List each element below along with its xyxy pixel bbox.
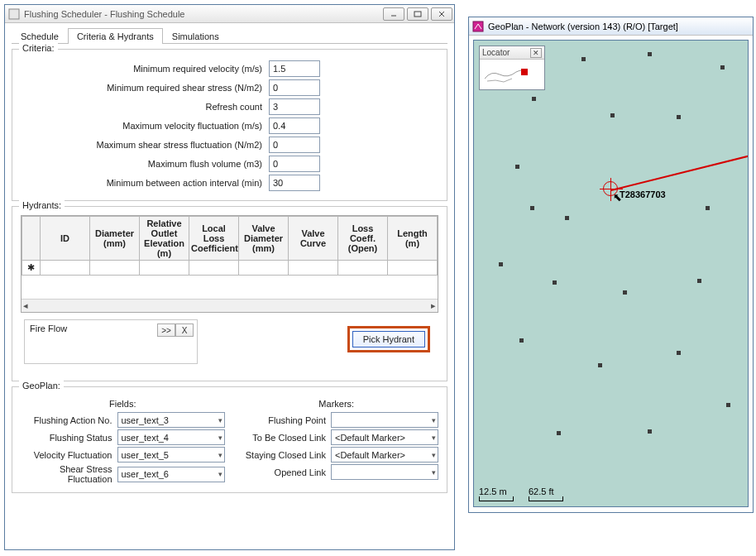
geoplan-window-title: GeoPlan - Network (version 143) (R/O) [T… [488, 22, 751, 31]
map-node[interactable] [677, 115, 681, 119]
pick-hydrant-button[interactable]: Pick Hydrant [352, 331, 425, 348]
map-node[interactable] [648, 429, 652, 434]
scroll-right-icon[interactable]: ▸ [431, 300, 436, 311]
marker-to-be-closed-select[interactable]: <Default Marker> ▾ [331, 429, 438, 445]
map-node[interactable] [598, 363, 602, 367]
locator-minimap[interactable] [480, 60, 544, 89]
flushing-scheduler-window: Flushing Scheduler - Flushing Schedule S… [4, 4, 455, 550]
chevron-down-icon: ▾ [218, 451, 222, 459]
tab-bar: Schedule Criteria & Hydrants Simulations [12, 28, 447, 44]
col-id[interactable]: ID [41, 217, 90, 261]
window-title: Flushing Scheduler - Flushing Schedule [24, 9, 383, 19]
scale-imperial: 62.5 ft [529, 486, 554, 496]
locator-panel[interactable]: Locator ✕ [479, 46, 545, 90]
map-node[interactable] [726, 403, 730, 407]
close-button[interactable] [431, 7, 452, 21]
minimize-button[interactable] [383, 7, 404, 21]
map-node[interactable] [677, 351, 681, 355]
pick-hydrant-highlight: Pick Hydrant [347, 326, 430, 352]
chevron-down-icon: ▾ [218, 434, 222, 442]
marker-opened-label: Opened Link [235, 467, 332, 477]
new-row-marker: ✱ [22, 261, 41, 276]
map-node[interactable] [581, 57, 586, 61]
min-interval-input[interactable] [269, 175, 320, 191]
scroll-left-icon[interactable]: ◂ [23, 300, 28, 311]
map-node[interactable] [706, 206, 710, 210]
marker-staying-closed-select[interactable]: <Default Marker> ▾ [331, 447, 438, 463]
min-velocity-label: Minimum required velocity (m/s) [21, 64, 269, 74]
min-velocity-input[interactable] [269, 60, 320, 77]
max-flush-vol-label: Maximum flush volume (m3) [21, 159, 269, 169]
geoplan-titlebar[interactable]: GeoPlan - Network (version 143) (R/O) [T… [469, 17, 753, 36]
maximize-button[interactable] [407, 7, 428, 21]
locator-close-button[interactable]: ✕ [530, 48, 542, 58]
scale-metric: 12.5 m [479, 486, 507, 496]
max-vel-fluc-input[interactable] [269, 117, 320, 134]
geoplan-legend: GeoPlan: [19, 381, 64, 391]
map-node[interactable] [610, 113, 615, 117]
fire-flow-more-button[interactable]: >> [157, 324, 175, 337]
map-pipe[interactable] [611, 151, 749, 191]
hydrants-table[interactable]: ID Diameter (mm) Relative Outlet Elevati… [21, 215, 438, 313]
marker-flushing-point-label: Flushing Point [235, 415, 332, 425]
col-valve-dia[interactable]: Valve Diameter (mm) [239, 217, 289, 261]
max-shear-fluc-label: Maximum shear stress fluctuation (N/m2) [21, 140, 269, 150]
svg-rect-6 [521, 69, 528, 75]
col-valve-curve[interactable]: Valve Curve [289, 217, 338, 261]
field-status-label: Flushing Status [21, 433, 117, 443]
col-length[interactable]: Length (m) [388, 217, 438, 261]
map-node[interactable] [557, 431, 561, 435]
map-node[interactable] [519, 338, 524, 343]
hydrants-group: Hydrants: ID Diameter (mm) Relative Outl… [12, 206, 447, 381]
map-node[interactable] [532, 97, 536, 101]
hydrants-legend: Hydrants: [19, 200, 65, 210]
scale-bar: 12.5 m 62.5 ft [479, 486, 563, 501]
max-vel-fluc-label: Maximum velocity fluctuation (m/s) [21, 121, 269, 131]
titlebar[interactable]: Flushing Scheduler - Flushing Schedule [5, 5, 454, 23]
fire-flow-close-button[interactable]: X [175, 324, 194, 337]
chevron-down-icon: ▾ [218, 470, 222, 478]
field-vel-fluc-select[interactable]: user_text_5 ▾ [117, 447, 225, 463]
map-node[interactable] [553, 280, 557, 285]
col-rel-outlet[interactable]: Relative Outlet Elevation (m) [140, 217, 189, 261]
tab-simulations[interactable]: Simulations [163, 28, 228, 44]
svg-rect-5 [473, 22, 483, 31]
field-action-no-label: Flushing Action No. [21, 415, 117, 425]
col-local-loss[interactable]: Local Loss Coefficient [189, 217, 239, 261]
map-node[interactable] [530, 206, 534, 210]
min-shear-input[interactable] [269, 79, 320, 96]
criteria-group: Criteria: Minimum required velocity (m/s… [12, 49, 447, 201]
svg-rect-0 [9, 9, 19, 19]
tab-schedule[interactable]: Schedule [12, 28, 68, 44]
field-status-select[interactable]: user_text_4 ▾ [117, 429, 225, 445]
max-shear-fluc-input[interactable] [269, 137, 320, 153]
markers-heading: Markers: [235, 399, 439, 409]
horizontal-scrollbar[interactable]: ◂ ▸ [22, 299, 438, 312]
fields-heading: Fields: [21, 399, 225, 409]
marker-flushing-point-select[interactable]: ▾ [331, 412, 438, 428]
tab-criteria-hydrants[interactable]: Criteria & Hydrants [68, 28, 163, 44]
field-shear-fluc-select[interactable]: user_text_6 ▾ [117, 467, 225, 482]
row-selector-header [22, 217, 41, 261]
col-loss-coeff[interactable]: Loss Coeff. (Open) [338, 217, 388, 261]
fire-flow-panel: Fire Flow >> X [24, 319, 198, 364]
map-canvas[interactable]: Locator ✕ [473, 40, 749, 507]
table-row[interactable]: ✱ [22, 261, 438, 276]
map-node[interactable] [697, 279, 701, 283]
map-node[interactable] [623, 290, 627, 295]
map-node[interactable] [720, 65, 725, 70]
marker-opened-select[interactable]: ▾ [331, 464, 438, 480]
min-interval-label: Minimum between action interval (min) [21, 178, 269, 188]
map-node[interactable] [565, 216, 569, 220]
map-node[interactable] [648, 52, 652, 56]
geoplan-icon [472, 21, 484, 32]
map-node[interactable] [499, 262, 503, 266]
map-node[interactable] [515, 165, 519, 169]
svg-rect-2 [414, 12, 421, 17]
col-diameter[interactable]: Diameter (mm) [90, 217, 140, 261]
max-flush-vol-input[interactable] [269, 156, 320, 172]
geoplan-window: GeoPlan - Network (version 143) (R/O) [T… [468, 17, 754, 513]
field-action-no-select[interactable]: user_text_3 ▾ [117, 412, 225, 428]
refresh-count-input[interactable] [269, 98, 320, 115]
criteria-legend: Criteria: [19, 43, 58, 53]
